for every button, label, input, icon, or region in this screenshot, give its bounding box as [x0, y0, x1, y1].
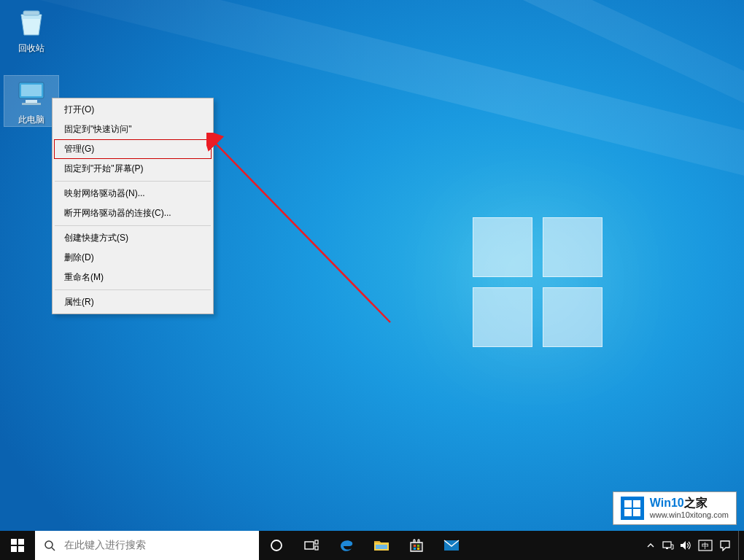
taskbar-search[interactable]: 在此键入进行搜索 [35, 531, 259, 560]
watermark-brand: Win10之家 [650, 497, 729, 510]
taskbar-cortana[interactable] [259, 531, 294, 560]
search-placeholder: 在此键入进行搜索 [64, 539, 146, 552]
context-menu-disconnect-drive[interactable]: 断开网络驱动器的连接(C)... [54, 203, 212, 223]
show-desktop-button[interactable] [738, 531, 743, 560]
edge-icon [338, 537, 354, 553]
svg-rect-12 [11, 546, 17, 552]
svg-line-15 [52, 548, 55, 551]
context-menu: 打开(O) 固定到"快速访问" 管理(G) 固定到"开始"屏幕(P) 映射网络驱… [52, 98, 214, 314]
svg-rect-17 [305, 542, 314, 549]
svg-rect-2 [21, 85, 42, 96]
svg-rect-13 [18, 546, 24, 552]
context-menu-open[interactable]: 打开(O) [54, 100, 212, 120]
desktop-icon-label: 回收站 [4, 42, 58, 55]
windows-start-icon [11, 539, 24, 552]
tray-chevron-up-icon[interactable] [642, 531, 659, 560]
recycle-bin-icon [14, 4, 49, 39]
taskbar-file-explorer[interactable] [364, 531, 399, 560]
svg-rect-8 [624, 509, 632, 516]
tray-notifications-icon[interactable] [716, 531, 734, 560]
svg-rect-11 [18, 539, 24, 545]
task-view-icon [304, 540, 319, 551]
svg-rect-10 [11, 539, 17, 545]
svg-rect-26 [663, 542, 671, 548]
svg-rect-23 [414, 548, 416, 550]
watermark-url: www.win10xitong.com [650, 510, 729, 520]
svg-rect-20 [376, 545, 387, 549]
watermark: Win10之家 www.win10xitong.com [613, 491, 737, 525]
svg-rect-3 [26, 100, 37, 103]
this-pc-icon [14, 76, 49, 111]
svg-rect-18 [315, 540, 318, 544]
taskbar-task-view[interactable] [294, 531, 329, 560]
svg-rect-6 [624, 500, 632, 508]
svg-rect-0 [23, 11, 39, 15]
file-explorer-icon [373, 539, 390, 552]
cortana-icon [270, 539, 283, 552]
tray-volume-icon[interactable] [677, 531, 694, 560]
taskbar-edge[interactable] [329, 531, 364, 560]
svg-rect-9 [633, 509, 640, 516]
taskbar: 在此键入进行搜索 [0, 531, 744, 560]
desktop[interactable]: 回收站 此电脑 打开(O) 固定到"快速访问" 管理(G) 固定到"开始"屏幕(… [0, 0, 744, 560]
svg-point-16 [271, 540, 282, 551]
tray-network-icon[interactable] [659, 531, 677, 560]
context-menu-map-drive[interactable]: 映射网络驱动器(N)... [54, 184, 212, 203]
svg-rect-4 [22, 103, 41, 105]
context-menu-delete[interactable]: 删除(D) [54, 248, 212, 268]
svg-text:中: 中 [702, 542, 709, 550]
svg-rect-7 [633, 500, 640, 508]
tray-ime-icon[interactable]: 中 [694, 531, 716, 560]
svg-rect-22 [417, 545, 419, 547]
store-icon [409, 538, 424, 553]
start-button[interactable] [0, 531, 35, 560]
annotation-arrow [206, 133, 411, 330]
desktop-icon-this-pc[interactable]: 此电脑 [4, 76, 58, 126]
svg-rect-24 [417, 548, 419, 550]
windows-logo-wallpaper [473, 217, 604, 349]
context-menu-create-shortcut[interactable]: 创建快捷方式(S) [54, 228, 212, 248]
svg-line-5 [214, 141, 390, 322]
context-menu-separator [55, 181, 211, 182]
watermark-windows-icon [621, 497, 644, 520]
context-menu-properties[interactable]: 属性(R) [54, 292, 212, 312]
svg-rect-21 [414, 545, 416, 547]
mail-icon [443, 540, 460, 551]
system-tray: 中 [642, 531, 744, 560]
svg-rect-27 [666, 548, 668, 549]
context-menu-manage[interactable]: 管理(G) [54, 139, 212, 159]
svg-rect-19 [315, 546, 318, 550]
search-icon [35, 540, 64, 551]
svg-point-14 [45, 541, 53, 548]
desktop-icon-recycle-bin[interactable]: 回收站 [4, 4, 58, 55]
taskbar-store[interactable] [399, 531, 434, 560]
desktop-icon-label: 此电脑 [4, 114, 58, 126]
taskbar-mail[interactable] [434, 531, 469, 560]
context-menu-rename[interactable]: 重命名(M) [54, 268, 212, 287]
context-menu-pin-quick-access[interactable]: 固定到"快速访问" [54, 120, 212, 139]
context-menu-separator [55, 225, 211, 226]
context-menu-separator [55, 289, 211, 290]
context-menu-pin-start[interactable]: 固定到"开始"屏幕(P) [54, 159, 212, 179]
